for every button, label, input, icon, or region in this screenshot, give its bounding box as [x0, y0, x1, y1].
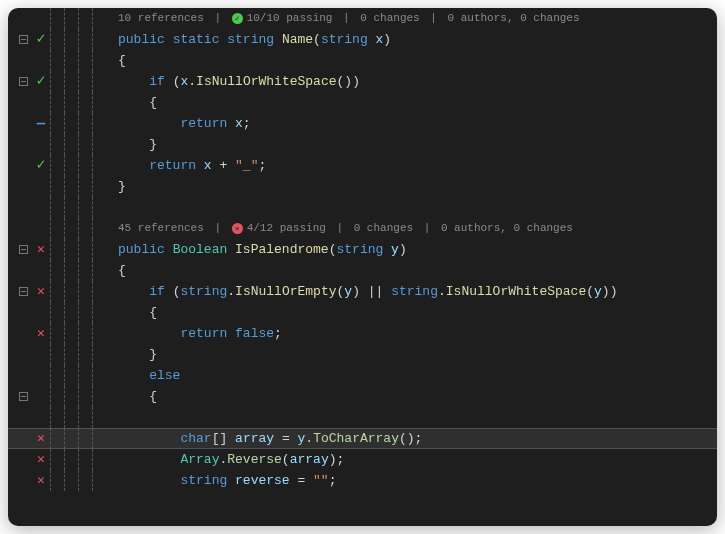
codelens-separator: | — [336, 8, 356, 29]
brace: { — [118, 53, 126, 68]
code-line[interactable]: { — [8, 50, 717, 71]
codelens-separator: | — [330, 218, 350, 239]
codelens-references[interactable]: 10 references — [118, 8, 204, 29]
paren: ) — [329, 452, 337, 467]
code-line[interactable]: ✕ public Boolean IsPalendrome(string y) — [8, 239, 717, 260]
brace: } — [149, 137, 157, 152]
code-line[interactable] — [8, 407, 717, 428]
keyword-return: return — [180, 116, 227, 131]
type-char: char — [180, 431, 211, 446]
semicolon: ; — [329, 473, 337, 488]
codelens-changes[interactable]: 0 changes — [354, 218, 413, 239]
type-boolean: Boolean — [173, 242, 228, 257]
type-string: string — [180, 473, 227, 488]
code-line[interactable]: ✕ if (string.IsNullOrEmpty(y) || string.… — [8, 281, 717, 302]
code-line[interactable]: { — [8, 260, 717, 281]
code-editor[interactable]: 10 references | ✓ 10/10 passing | 0 chan… — [8, 8, 717, 526]
codelens-row: 10 references | ✓ 10/10 passing | 0 chan… — [8, 8, 717, 29]
codelens-tests[interactable]: 10/10 passing — [247, 8, 333, 29]
method-name: Name — [282, 32, 313, 47]
eq-op: = — [290, 473, 313, 488]
type-string: string — [391, 284, 438, 299]
paren: ) — [610, 284, 618, 299]
code-line[interactable]: { — [8, 302, 717, 323]
type-string: string — [321, 32, 368, 47]
test-pass-icon: ✓ — [34, 75, 48, 89]
codelens-row: 45 references | ✕ 4/12 passing | 0 chang… — [8, 218, 717, 239]
param-y: y — [391, 242, 399, 257]
code-line[interactable] — [8, 197, 717, 218]
paren: ) — [399, 242, 407, 257]
test-fail-icon: ✕ — [34, 327, 48, 341]
keyword-if: if — [149, 284, 165, 299]
string-literal: "_" — [235, 158, 258, 173]
code-line[interactable]: ✓ public static string Name(string x) — [8, 29, 717, 50]
codelens-references[interactable]: 45 references — [118, 218, 204, 239]
paren: ) — [602, 284, 610, 299]
brace: { — [149, 389, 157, 404]
or-op: || — [360, 284, 391, 299]
collapse-icon[interactable] — [16, 390, 30, 404]
codelens-authors[interactable]: 0 authors, 0 changes — [441, 218, 573, 239]
codelens-tests[interactable]: 4/12 passing — [247, 218, 326, 239]
code-line[interactable]: ✓ if (x.IsNullOrWhiteSpace()) — [8, 71, 717, 92]
semicolon: ; — [243, 116, 251, 131]
collapse-icon[interactable] — [16, 75, 30, 89]
codelens-separator: | — [208, 8, 228, 29]
paren: ( — [586, 284, 594, 299]
test-fail-icon: ✕ — [34, 432, 48, 446]
var-array: array — [290, 452, 329, 467]
paren: ) — [352, 284, 360, 299]
code-line[interactable]: } — [8, 176, 717, 197]
var-reverse: reverse — [235, 473, 290, 488]
semicolon: ; — [258, 158, 266, 173]
test-fail-icon: ✕ — [34, 453, 48, 467]
test-fail-icon: ✕ — [34, 474, 48, 488]
paren: ( — [313, 32, 321, 47]
type-string: string — [227, 32, 274, 47]
semicolon: ; — [274, 326, 282, 341]
collapse-icon[interactable] — [16, 33, 30, 47]
collapse-icon[interactable] — [16, 285, 30, 299]
codelens-separator: | — [417, 218, 437, 239]
dot: . — [188, 74, 196, 89]
keyword-return: return — [180, 326, 227, 341]
keyword-static: static — [173, 32, 220, 47]
collapse-icon[interactable] — [16, 243, 30, 257]
eq-op: = — [274, 431, 297, 446]
keyword-return: return — [149, 158, 196, 173]
code-line-current[interactable]: ✕ char[] array = y.ToCharArray(); — [8, 428, 717, 449]
paren: ) — [407, 431, 415, 446]
code-line[interactable]: { — [8, 386, 717, 407]
code-line[interactable]: ✓ return x + "_"; — [8, 155, 717, 176]
codelens-authors[interactable]: 0 authors, 0 changes — [448, 8, 580, 29]
test-pass-icon: ✓ — [34, 159, 48, 173]
code-line[interactable]: { — [8, 92, 717, 113]
paren: ( — [282, 452, 290, 467]
code-line[interactable]: — return x; — [8, 113, 717, 134]
keyword-else: else — [149, 368, 180, 383]
var-array: array — [235, 431, 274, 446]
fail-icon: ✕ — [232, 223, 243, 234]
var-y: y — [594, 284, 602, 299]
code-line[interactable]: ✕ Array.Reverse(array); — [8, 449, 717, 470]
codelens-changes[interactable]: 0 changes — [360, 8, 419, 29]
method-isnullorwhitespace: IsNullOrWhiteSpace — [196, 74, 336, 89]
pass-icon: ✓ — [232, 13, 243, 24]
semicolon: ; — [337, 452, 345, 467]
method-tochararray: ToCharArray — [313, 431, 399, 446]
code-line[interactable]: } — [8, 134, 717, 155]
test-fail-icon: ✕ — [34, 285, 48, 299]
keyword-if: if — [149, 74, 165, 89]
brace: { — [149, 305, 157, 320]
code-line[interactable]: } — [8, 344, 717, 365]
method-ispalendrome: IsPalendrome — [235, 242, 329, 257]
dot: . — [227, 284, 235, 299]
plus-op: + — [212, 158, 235, 173]
type-string: string — [336, 242, 383, 257]
code-line[interactable]: ✕ return false; — [8, 323, 717, 344]
brace: } — [149, 347, 157, 362]
code-line[interactable]: else — [8, 365, 717, 386]
brace: } — [118, 179, 126, 194]
code-line[interactable]: ✕ string reverse = ""; — [8, 470, 717, 491]
